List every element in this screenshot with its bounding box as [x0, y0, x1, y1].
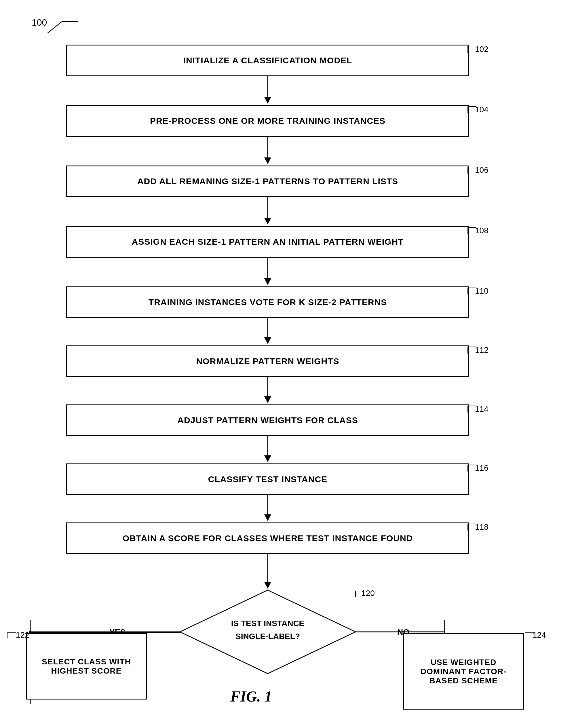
- svg-marker-13: [264, 218, 271, 225]
- arrow-104-106: [263, 137, 272, 165]
- svg-marker-37: [264, 582, 271, 589]
- fig-label: FIG. 1: [230, 688, 272, 705]
- ref-122-tick: [6, 631, 17, 639]
- ref-112-tick: [466, 346, 478, 354]
- svg-line-0: [47, 22, 62, 33]
- diagram-container: 100 INITIALIZE A CLASSIFICATION MODEL 10…: [0, 0, 574, 728]
- arrow-108-110: [263, 258, 272, 286]
- arrow-118-diamond: [263, 554, 272, 590]
- svg-text:SINGLE-LABEL?: SINGLE-LABEL?: [236, 632, 300, 641]
- ref-120-tick: [354, 590, 366, 597]
- box-108: ASSIGN EACH SIZE-1 PATTERN AN INITIAL PA…: [66, 226, 469, 258]
- svg-marker-33: [264, 515, 271, 521]
- arrow-110-112: [263, 318, 272, 346]
- arrow-102-104: [263, 76, 272, 105]
- no-horiz-line: [356, 631, 445, 633]
- ref-102-tick: [466, 45, 478, 53]
- svg-marker-5: [264, 97, 271, 104]
- box-110: TRAINING INSTANCES VOTE FOR K SIZE-2 PAT…: [66, 286, 469, 318]
- svg-marker-21: [264, 337, 271, 344]
- ref-108-tick: [466, 226, 478, 235]
- box-116: CLASSIFY TEST INSTANCE: [66, 463, 469, 495]
- ref-118-tick: [466, 522, 478, 531]
- ref-104-tick: [466, 105, 478, 114]
- svg-marker-25: [264, 396, 271, 403]
- yes-conn-line: [29, 631, 180, 633]
- ref-106-tick: [466, 165, 478, 174]
- box-112: NORMALIZE PATTERN WEIGHTS: [66, 346, 469, 377]
- svg-marker-17: [264, 278, 271, 285]
- arrow-112-114: [263, 377, 272, 404]
- ref-122: 122: [16, 631, 29, 640]
- ref-124-tick: [524, 631, 535, 639]
- svg-text:IS TEST INSTANCE: IS TEST INSTANCE: [231, 619, 304, 628]
- arrow-106-108: [263, 197, 272, 226]
- box-106: ADD ALL REMANING SIZE-1 PATTERNS TO PATT…: [66, 165, 469, 197]
- box-104: PRE-PROCESS ONE OR MORE TRAINING INSTANC…: [66, 105, 469, 137]
- svg-marker-9: [264, 157, 271, 164]
- box-124: USE WEIGHTED DOMINANT FACTOR- BASED SCHE…: [403, 633, 524, 710]
- diamond-120: IS TEST INSTANCE SINGLE-LABEL?: [178, 589, 357, 675]
- box-102: INITIALIZE A CLASSIFICATION MODEL: [66, 45, 469, 76]
- arrow-116-118: [263, 495, 272, 522]
- box-118: OBTAIN A SCORE FOR CLASSES WHERE TEST IN…: [66, 522, 469, 554]
- box-114: ADJUST PATTERN WEIGHTS FOR CLASS: [66, 404, 469, 436]
- svg-marker-29: [264, 455, 271, 462]
- ref-114-tick: [466, 404, 478, 413]
- box-122: SELECT CLASS WITH HIGHEST SCORE: [26, 633, 147, 699]
- arrow-114-116: [263, 436, 272, 463]
- ref-100-arrow: [45, 19, 79, 36]
- ref-110-tick: [466, 286, 478, 295]
- ref-116-tick: [466, 463, 478, 472]
